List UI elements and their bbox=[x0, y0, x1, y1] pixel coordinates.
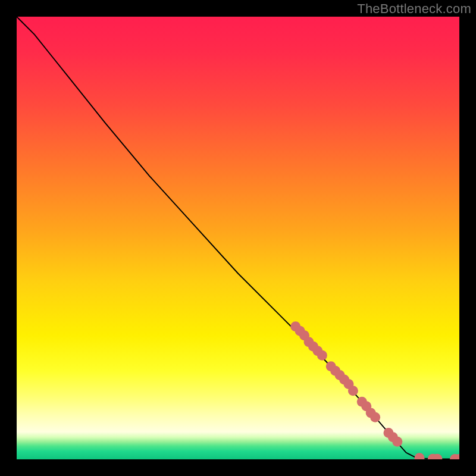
data-marker bbox=[392, 437, 402, 447]
data-marker bbox=[348, 386, 358, 396]
gradient-background bbox=[17, 17, 459, 459]
data-marker bbox=[317, 350, 327, 361]
chart-svg bbox=[17, 17, 459, 459]
data-marker bbox=[370, 412, 380, 422]
chart-frame: TheBottleneck.com bbox=[0, 0, 476, 476]
watermark-text: TheBottleneck.com bbox=[357, 1, 471, 17]
plot-area bbox=[17, 17, 459, 459]
